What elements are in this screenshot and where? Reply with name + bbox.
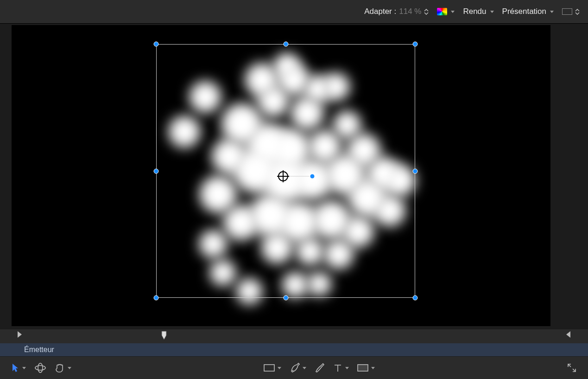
expand-icon (567, 363, 577, 373)
playhead[interactable] (161, 331, 167, 340)
chevron-down-icon (451, 11, 455, 13)
anchor-point[interactable] (278, 171, 288, 181)
brush-icon (315, 363, 325, 373)
chevron-down-icon (278, 367, 281, 369)
bbox-handle[interactable] (413, 295, 418, 301)
bbox-handle[interactable] (283, 295, 288, 301)
stepper-icon[interactable] (424, 9, 429, 15)
svg-rect-5 (358, 365, 368, 371)
bbox-handle[interactable] (283, 42, 288, 47)
bbox-handle[interactable] (154, 295, 159, 301)
chevron-down-icon (68, 367, 71, 369)
mini-timeline[interactable] (0, 329, 588, 343)
render-menu[interactable]: Rendu (463, 7, 493, 16)
shape-tool[interactable] (263, 362, 282, 374)
mask-rectangle-icon (357, 364, 368, 372)
svg-point-3 (292, 370, 293, 372)
chevron-down-icon (550, 11, 554, 13)
chevron-down-icon (303, 367, 306, 369)
aspect-menu[interactable] (562, 8, 580, 15)
bbox-handle[interactable] (413, 168, 418, 173)
text-tool[interactable] (332, 361, 350, 374)
render-label: Rendu (463, 7, 486, 16)
selection-bounding-box[interactable] (156, 44, 415, 298)
svg-rect-2 (264, 365, 274, 371)
chevron-down-icon (371, 367, 375, 369)
aspect-icon (562, 8, 572, 15)
viewer-top-toolbar: Adapter : 114 % Rendu Présentation (0, 0, 588, 24)
3d-transform-tool[interactable] (33, 361, 47, 375)
direction-handle[interactable] (310, 173, 316, 180)
canvas-bottom-toolbar (0, 357, 588, 379)
svg-point-0 (35, 366, 45, 370)
out-point-marker[interactable] (566, 331, 570, 338)
view-label: Présentation (502, 7, 546, 16)
text-icon (333, 363, 342, 373)
zoom-control[interactable]: Adapter : 114 % (364, 7, 429, 16)
bbox-handle[interactable] (413, 42, 418, 47)
stepper-icon[interactable] (575, 9, 580, 15)
rectangle-icon (264, 364, 275, 372)
arrow-cursor-icon (11, 363, 19, 373)
svg-point-1 (38, 363, 43, 373)
layer-name: Émetteur (24, 346, 54, 354)
mask-tool[interactable] (356, 362, 376, 374)
brush-tool[interactable] (314, 361, 326, 375)
in-point-marker[interactable] (18, 331, 22, 338)
pan-tool[interactable] (54, 361, 72, 375)
bbox-handle[interactable] (154, 168, 159, 173)
view-menu[interactable]: Présentation (502, 7, 554, 16)
layer-strip[interactable]: Émetteur (0, 343, 588, 356)
chevron-down-icon (345, 367, 349, 369)
chevron-down-icon (22, 367, 26, 369)
color-channel-menu[interactable] (437, 8, 455, 15)
orbit-icon (34, 363, 46, 373)
zoom-label: Adapter : (364, 7, 396, 16)
pen-tool[interactable] (289, 361, 307, 375)
pen-icon (290, 363, 300, 373)
color-wheel-icon (437, 8, 447, 15)
zoom-value: 114 % (399, 7, 421, 16)
canvas[interactable] (12, 25, 550, 326)
hand-icon (55, 363, 65, 373)
bbox-handle[interactable] (154, 42, 159, 47)
chevron-down-icon (490, 11, 494, 13)
select-tool[interactable] (10, 361, 27, 375)
fullscreen-button[interactable] (566, 361, 578, 375)
